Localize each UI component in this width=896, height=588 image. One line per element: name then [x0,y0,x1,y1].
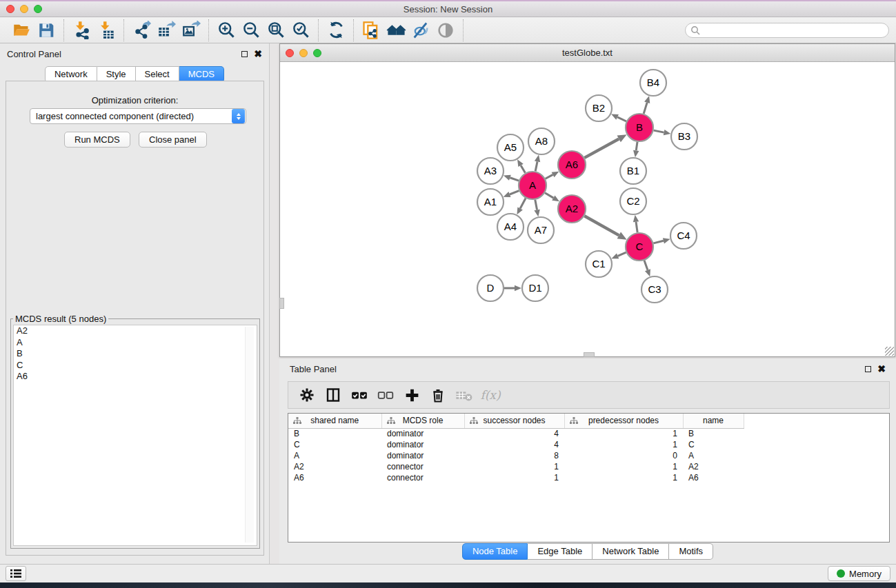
graph-node-A4[interactable]: A4 [497,214,524,240]
graph-node-C3[interactable]: C3 [641,276,668,303]
edge-A-A8[interactable] [535,161,537,171]
edge-B-B4[interactable] [644,103,647,114]
graph-node-A[interactable]: A [519,172,546,199]
network-window-titlebar[interactable]: testGlobe.txt [280,44,895,62]
tab-motifs[interactable]: Motifs [669,543,713,560]
edge-C-C4[interactable] [653,241,664,243]
column-header-shared-name[interactable]: shared name [288,414,381,428]
run-mcds-button[interactable]: Run MCDS [64,132,130,148]
edge-A-A2[interactable] [545,193,553,198]
select-all-icon[interactable] [348,385,371,405]
export-network-icon[interactable] [131,20,152,41]
column-header-successor-nodes[interactable]: successor nodes [464,414,564,428]
deselect-all-icon[interactable] [374,385,397,405]
edge-B-B1[interactable] [636,142,637,151]
float-panel-icon[interactable] [241,51,248,57]
graph-node-D1[interactable]: D1 [522,275,548,301]
window-resize-grip[interactable] [885,347,894,356]
graph-node-A1[interactable]: A1 [477,189,504,215]
float-table-panel-icon[interactable] [865,366,871,372]
graph-node-C2[interactable]: C2 [620,188,646,214]
left-scrollbar-thumb[interactable] [279,298,284,309]
memory-button[interactable]: Memory [828,566,890,581]
bottom-scrollbar-thumb[interactable] [584,352,595,357]
open-session-icon[interactable] [11,20,32,41]
copy-network-view-icon[interactable] [361,20,381,41]
mcds-result-item[interactable]: A2 [14,325,257,337]
close-panel-button[interactable]: Close panel [139,132,207,148]
mcds-result-item[interactable]: C [14,360,257,372]
table-row[interactable]: Adominator80A [288,450,889,461]
graph-node-B3[interactable]: B3 [671,123,697,150]
delete-table-icon[interactable] [452,385,476,405]
tab-node-table[interactable]: Node Table [462,543,528,560]
edge-B-B2[interactable] [617,117,626,121]
mcds-list-scrollbar[interactable] [245,327,254,543]
mcds-result-item[interactable]: A6 [14,371,257,383]
search-input[interactable] [685,23,889,38]
criterion-dropdown[interactable]: largest connected component (directed) [30,108,246,124]
close-panel-icon[interactable]: ✖ [254,50,262,57]
edge-A-A5[interactable] [521,165,525,173]
zoom-fit-icon[interactable] [266,20,286,41]
edge-A-A3[interactable] [510,178,519,181]
graph-node-B[interactable]: B [626,114,653,141]
hide-selected-icon[interactable] [410,20,431,41]
edge-A2-C[interactable] [584,216,619,235]
tab-edge-table[interactable]: Edge Table [528,543,593,560]
first-neighbors-icon[interactable] [386,20,406,41]
import-network-icon[interactable] [71,20,92,41]
save-session-icon[interactable] [36,20,57,41]
create-column-plus-icon[interactable] [400,385,424,405]
edge-A-A1[interactable] [510,191,519,194]
table-row[interactable]: Cdominator41C [288,439,889,450]
table-row[interactable]: A6connector11A6 [288,472,889,483]
graph-node-B1[interactable]: B1 [620,158,646,184]
task-history-button[interactable] [6,566,26,581]
graph-node-A2[interactable]: A2 [558,195,586,223]
table-row[interactable]: A2connector11A2 [288,461,889,472]
graph-node-C4[interactable]: C4 [670,223,697,249]
zoom-in-icon[interactable] [216,20,237,41]
export-image-icon[interactable] [181,20,201,41]
function-builder-fx-icon[interactable]: f(x) [479,385,502,405]
edge-A6-B[interactable] [584,139,619,157]
edge-C-C1[interactable] [618,252,626,256]
table-row[interactable]: Bdominator41B [288,428,889,439]
graph-node-A5[interactable]: A5 [497,134,524,161]
criterion-dropdown-value: largest connected component (directed) [30,111,232,121]
graph-node-B4[interactable]: B4 [640,70,666,96]
export-table-icon[interactable] [156,20,177,41]
delete-column-trash-icon[interactable] [426,385,450,405]
column-header-name[interactable]: name [683,414,744,428]
import-table-icon[interactable] [96,20,117,41]
show-column-icon[interactable] [321,385,345,405]
graph-node-D[interactable]: D [477,275,504,301]
graph-node-B2[interactable]: B2 [586,95,612,121]
graph-node-A3[interactable]: A3 [477,158,504,184]
zoom-selected-icon[interactable] [290,20,311,41]
close-table-panel-icon[interactable]: ✖ [877,365,886,372]
graph-node-C[interactable]: C [626,233,653,261]
mcds-result-item[interactable]: B [14,348,257,360]
graph-node-C1[interactable]: C1 [586,251,612,277]
edge-C-C3[interactable] [644,261,648,270]
edge-A-A7[interactable] [535,200,537,210]
edge-A-A6[interactable] [546,174,553,179]
mcds-result-item[interactable]: A [14,337,257,349]
graph-node-A8[interactable]: A8 [528,128,555,154]
table-options-gear-icon[interactable] [295,385,319,405]
graph-node-A7[interactable]: A7 [528,217,554,243]
graph-node-label: A4 [504,221,517,232]
tab-network-table[interactable]: Network Table [593,543,669,560]
network-canvas[interactable]: B4B2BB3A5A8A6A3B1AA1C2A2A4A7C4CC1C3DD1 [280,62,895,356]
edge-B-B3[interactable] [654,130,664,132]
edge-A-A4[interactable] [520,199,526,209]
show-all-icon[interactable] [435,20,456,41]
edge-C-C2[interactable] [636,222,637,232]
column-header-predecessor-nodes[interactable]: predecessor nodes [564,414,683,428]
refresh-icon[interactable] [326,20,346,41]
zoom-out-icon[interactable] [241,20,261,41]
column-header-MCDS-role[interactable]: MCDS role [381,414,464,428]
graph-node-A6[interactable]: A6 [558,151,586,179]
